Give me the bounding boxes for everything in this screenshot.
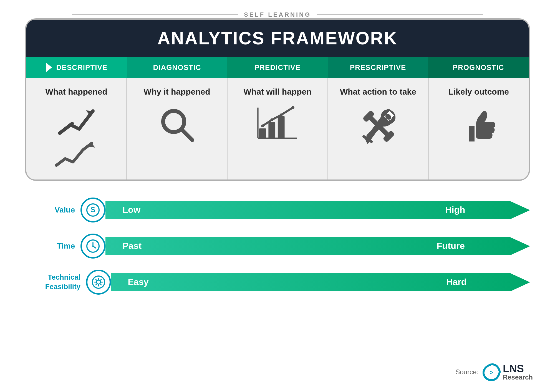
icon-search: [158, 105, 196, 149]
col-content-prescriptive: What action to take: [328, 78, 428, 179]
col-content-prognostic: Likely outcome: [429, 78, 529, 179]
col-desc-predictive: What will happen: [244, 86, 312, 97]
lns-text-top: LNS: [503, 363, 533, 374]
icon-gear: [86, 270, 111, 295]
col-label-predictive: PREDICTIVE: [254, 63, 301, 72]
svg-point-31: [92, 246, 94, 247]
svg-point-8: [261, 125, 264, 128]
col-header-descriptive: DESCRIPTIVE: [26, 57, 127, 78]
col-header-diagnostic: DIAGNOSTIC: [127, 57, 227, 78]
svg-text:>: >: [490, 369, 493, 376]
svg-line-41: [96, 279, 97, 280]
svg-line-4: [181, 129, 192, 140]
svg-text:High: High: [445, 205, 465, 215]
svg-point-36: [97, 280, 100, 284]
page-container: SELF LEARNING ANALYTICS FRAMEWORK DESCRI…: [0, 0, 555, 392]
svg-marker-32: [105, 237, 530, 255]
lns-logo-text: LNS Research: [503, 363, 533, 381]
framework-title: ANALYTICS FRAMEWORK: [26, 28, 529, 49]
svg-text:Hard: Hard: [446, 277, 466, 287]
col-content-diagnostic: Why it happened: [127, 78, 227, 179]
arrow-label-technical: Technical Feasibility: [25, 273, 86, 292]
svg-line-1: [60, 123, 72, 133]
col-header-prescriptive: PRESCRIPTIVE: [328, 57, 428, 78]
col-content-descriptive: What happened: [26, 78, 127, 179]
svg-point-11: [291, 106, 294, 109]
lns-logo-icon: >: [483, 363, 501, 381]
arrow-bar-time: Past Future: [105, 236, 530, 257]
svg-line-43: [100, 279, 101, 280]
source-label: Source:: [455, 368, 478, 376]
source-section: Source: > LNS Research: [455, 363, 533, 381]
icon-clock: [80, 234, 105, 259]
arrow-label-time: Time: [25, 241, 80, 251]
icon-dollar: $: [80, 198, 105, 222]
col-header-prognostic: PROGNOSTIC: [428, 57, 529, 78]
col-label-diagnostic: DIAGNOSTIC: [153, 63, 201, 72]
col-desc-prescriptive: What action to take: [340, 86, 416, 97]
svg-text:Easy: Easy: [128, 277, 148, 287]
col-label-descriptive: DESCRIPTIVE: [56, 63, 107, 72]
svg-line-42: [100, 284, 101, 285]
svg-rect-6: [268, 122, 275, 138]
svg-point-9: [270, 118, 273, 121]
svg-text:Past: Past: [122, 241, 142, 251]
self-learning-label: SELF LEARNING: [244, 11, 311, 18]
arrow-row-value: Value $ Low High: [25, 198, 530, 222]
svg-text:Future: Future: [437, 241, 465, 251]
arrows-section: Value $ Low High: [25, 198, 530, 295]
svg-rect-5: [259, 128, 266, 138]
framework-header: ANALYTICS FRAMEWORK: [26, 20, 529, 57]
col-desc-descriptive: What happened: [46, 86, 107, 97]
icon-trend: [54, 105, 99, 168]
svg-rect-7: [278, 116, 285, 138]
arrow-label-value: Value: [25, 205, 80, 215]
svg-text:$: $: [91, 205, 95, 214]
col-label-prescriptive: PRESCRIPTIVE: [350, 63, 406, 72]
col-desc-diagnostic: Why it happened: [144, 86, 210, 97]
col-content-predictive: What will happen: [228, 78, 328, 179]
svg-marker-45: [111, 273, 530, 291]
columns-header-row: DESCRIPTIVE DIAGNOSTIC PREDICTIVE PRESCR…: [26, 57, 529, 78]
arrow-row-technical: Technical Feasibility: [25, 270, 530, 295]
svg-marker-25: [105, 201, 530, 219]
arrow-bar-value: Low High: [105, 200, 530, 221]
lns-text-bottom: Research: [503, 374, 533, 381]
columns-content-row: What happened: [26, 78, 529, 179]
icon-wrench: [357, 105, 399, 149]
icon-thumbsup: [461, 105, 497, 149]
col-label-prognostic: PROGNOSTIC: [453, 63, 504, 72]
svg-line-44: [96, 284, 97, 285]
lns-logo: > LNS Research: [483, 363, 533, 381]
svg-text:Low: Low: [122, 205, 141, 215]
svg-point-10: [280, 113, 283, 117]
col-header-predictive: PREDICTIVE: [227, 57, 328, 78]
arrow-icon-descriptive: [46, 62, 52, 72]
arrow-row-time: Time Past: [25, 234, 530, 259]
framework-box: ANALYTICS FRAMEWORK DESCRIPTIVE DIAGNOST…: [25, 18, 530, 181]
col-desc-prognostic: Likely outcome: [448, 86, 509, 97]
arrow-bar-technical: Easy Hard: [111, 272, 530, 293]
icon-chart: [257, 105, 298, 146]
